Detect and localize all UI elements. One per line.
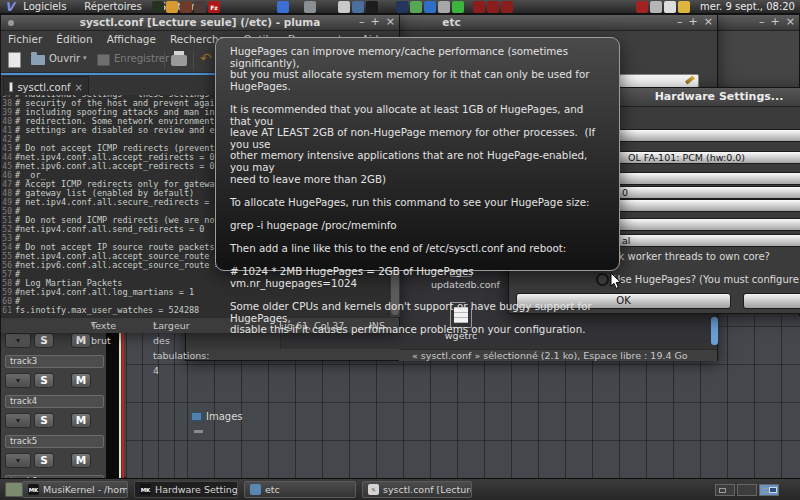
close-icon[interactable]: × bbox=[704, 15, 713, 31]
hugepages-checkbox[interactable] bbox=[596, 273, 609, 286]
maximize-icon[interactable]: + bbox=[689, 15, 698, 31]
taskbar-item-label: etc bbox=[265, 484, 280, 495]
distro-menu-icon[interactable]: V bbox=[5, 1, 14, 13]
tray-icon[interactable]: Fz bbox=[208, 1, 220, 13]
track-row: track3 ▾ S M bbox=[1, 354, 121, 394]
tray-icon[interactable] bbox=[277, 1, 289, 13]
taskbar-item[interactable]: etc bbox=[244, 481, 356, 498]
tray-icon[interactable] bbox=[424, 1, 436, 13]
taskbar-item[interactable]: MK Hardware Settings... bbox=[134, 481, 238, 498]
playhead-line bbox=[122, 314, 124, 479]
line-text: fs.inotify.max_user_watches = 524288 bbox=[15, 306, 199, 315]
line-number: 48 bbox=[1, 189, 15, 198]
maximize-icon[interactable]: + bbox=[371, 15, 380, 31]
filemanager-title: etc bbox=[442, 16, 460, 28]
tray-icon[interactable] bbox=[438, 1, 450, 13]
tray-icon[interactable] bbox=[166, 1, 178, 13]
clear-location-icon[interactable] bbox=[685, 75, 695, 84]
solo-button[interactable]: S bbox=[34, 453, 54, 468]
filemanager-scrollbar[interactable] bbox=[711, 317, 718, 345]
file-label: updatedb.conf bbox=[431, 279, 491, 290]
track-name-input[interactable]: track3 bbox=[5, 355, 104, 368]
tray-icon[interactable] bbox=[304, 1, 316, 13]
tray-icon[interactable] bbox=[352, 1, 364, 13]
taskbar-item[interactable]: MK MusiKernel - /home/j... bbox=[22, 481, 128, 498]
menu-logiciels[interactable]: Logiciels bbox=[14, 0, 75, 14]
menu-fichier[interactable]: Fichier bbox=[1, 31, 49, 47]
new-document-icon[interactable] bbox=[8, 52, 21, 68]
mute-button[interactable]: M bbox=[71, 453, 91, 468]
line-number: 55 bbox=[1, 252, 15, 261]
hugepages-label[interactable]: Use HugePages? (You must configure HugeP… bbox=[613, 274, 800, 285]
minimize-icon[interactable]: – bbox=[359, 15, 365, 31]
taskbar-item-icon: ✎ bbox=[368, 484, 379, 495]
solo-button[interactable]: S bbox=[34, 373, 54, 388]
tray-icon[interactable] bbox=[152, 1, 164, 13]
line-number: 59 bbox=[1, 288, 15, 297]
sidebar-item-images[interactable]: Images bbox=[191, 411, 243, 422]
tray-icon[interactable] bbox=[473, 1, 485, 13]
open-folder-icon[interactable] bbox=[31, 55, 45, 65]
mute-button[interactable]: M bbox=[71, 373, 91, 388]
track-menu-button[interactable]: ▾ bbox=[5, 413, 31, 428]
line-number: 50 bbox=[1, 207, 15, 216]
tray-icon[interactable] bbox=[452, 1, 464, 13]
maximize-icon[interactable]: + bbox=[771, 15, 780, 31]
show-desktop-button[interactable] bbox=[5, 482, 23, 497]
tray-icon[interactable] bbox=[650, 1, 662, 13]
mute-button[interactable]: M bbox=[71, 413, 91, 428]
track-menu-button[interactable]: ▾ bbox=[5, 333, 31, 348]
pluma-titlebar[interactable]: sysctl.conf [Lecture seule] (/etc) - plu… bbox=[1, 15, 399, 31]
solo-button[interactable]: S bbox=[34, 333, 54, 348]
location-bar-input[interactable] bbox=[619, 74, 699, 88]
line-number: 56 bbox=[1, 261, 15, 270]
tab-close-icon[interactable]: × bbox=[75, 82, 83, 93]
solo-button[interactable]: S bbox=[34, 413, 54, 428]
tray-icon[interactable] bbox=[366, 1, 378, 13]
clock[interactable]: mer. 9 sept., 08:20 bbox=[700, 0, 795, 14]
track-menu-button[interactable]: ▾ bbox=[5, 453, 31, 468]
line-number: 43 bbox=[1, 144, 15, 153]
close-icon[interactable]: × bbox=[786, 15, 795, 31]
line-number: 46 bbox=[1, 171, 15, 180]
tab-sysctl-conf[interactable]: sysctl.conf × bbox=[3, 76, 89, 97]
workspace-2[interactable] bbox=[737, 484, 757, 496]
cancel-button[interactable] bbox=[743, 293, 800, 309]
minimize-icon[interactable]: – bbox=[759, 15, 765, 31]
workspace-1[interactable] bbox=[715, 484, 735, 496]
menu-repertoires[interactable]: Répertoires bbox=[75, 0, 150, 14]
tray-icon[interactable] bbox=[664, 1, 676, 13]
track-row: track5 ▾ S M bbox=[1, 434, 121, 474]
mute-button[interactable]: M bbox=[71, 333, 91, 348]
top-panel: V Logiciels Répertoires Système Fz bbox=[0, 0, 800, 14]
line-text: #net.ipv4.conf.all.log_martians = 1 bbox=[15, 288, 194, 297]
open-button[interactable]: Ouvrir bbox=[49, 53, 80, 64]
line-number: 40 bbox=[1, 117, 15, 126]
tray-icon[interactable] bbox=[396, 1, 408, 13]
track-name-input[interactable]: track4 bbox=[5, 395, 104, 408]
window-icon bbox=[8, 20, 14, 26]
line-number: 42 bbox=[1, 135, 15, 144]
menu-edition[interactable]: Édition bbox=[49, 31, 99, 47]
track-name-input[interactable]: track5 bbox=[5, 435, 104, 448]
filemanager-statusbar: « sysctl.conf » sélectionné (2.1 ko), Es… bbox=[399, 349, 717, 361]
workspace-3-active[interactable] bbox=[759, 484, 779, 496]
menu-affichage[interactable]: Affichage bbox=[100, 31, 163, 47]
tray-icon[interactable] bbox=[678, 1, 690, 13]
tray-icon[interactable] bbox=[410, 1, 422, 13]
taskbar-item[interactable]: ✎ sysctl.conf [Lecture s... bbox=[362, 481, 472, 498]
tray-icon[interactable] bbox=[636, 1, 648, 13]
tray-icon[interactable] bbox=[501, 1, 513, 13]
open-dropdown-icon[interactable]: ▾ bbox=[83, 54, 87, 62]
tray-icon[interactable] bbox=[487, 1, 499, 13]
undo-icon[interactable]: ↶ bbox=[200, 50, 212, 66]
tray-icon[interactable] bbox=[180, 1, 192, 13]
tray-icon[interactable] bbox=[194, 1, 206, 13]
save-button[interactable]: Enregistrer bbox=[114, 53, 169, 64]
track-menu-button[interactable]: ▾ bbox=[5, 373, 31, 388]
print-icon[interactable] bbox=[171, 55, 187, 66]
minimize-icon[interactable]: – bbox=[677, 15, 683, 31]
tray-icon[interactable] bbox=[338, 1, 350, 13]
close-icon[interactable]: × bbox=[386, 15, 395, 31]
taskbar-item-icon bbox=[250, 484, 261, 495]
